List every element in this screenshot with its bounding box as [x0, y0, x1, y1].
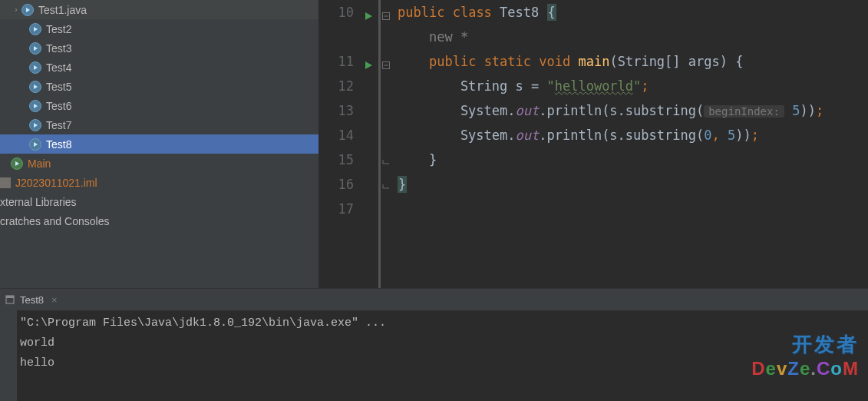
java-class-icon: [29, 61, 41, 74]
tree-item-label: Main: [28, 157, 51, 170]
tree-item-label: xternal Libraries: [0, 196, 77, 208]
fold-icon[interactable]: [381, 152, 391, 177]
code-line[interactable]: String s = "helloworld";: [398, 74, 823, 98]
tree-item[interactable]: Test2: [0, 19, 318, 38]
project-tree[interactable]: ›Test1.javaTest2Test3Test4Test5Test6Test…: [0, 0, 318, 288]
tree-item-label: Test6: [46, 100, 71, 112]
tree-item[interactable]: J2023011021.iml: [0, 173, 318, 192]
code-line[interactable]: }: [398, 172, 823, 197]
tree-item[interactable]: Test3: [0, 38, 318, 58]
run-tab[interactable]: Test8 ×: [5, 294, 58, 306]
code-line[interactable]: new *: [398, 25, 823, 49]
tree-item[interactable]: xternal Libraries: [0, 192, 318, 211]
code-line[interactable]: public class Test8 {: [398, 0, 823, 25]
tree-item-label: J2023011021.iml: [15, 177, 97, 189]
java-class-icon: [29, 100, 41, 112]
java-class-icon: [11, 157, 23, 170]
run-gutter-icon[interactable]: [363, 60, 374, 71]
code-line[interactable]: [398, 197, 823, 221]
tree-item[interactable]: ›Test1.java: [0, 0, 318, 19]
expand-icon[interactable]: ›: [11, 5, 21, 14]
inlay-hint: beginIndex:: [704, 105, 784, 118]
console-output[interactable]: "C:\Program Files\Java\jdk1.8.0_192\bin\…: [17, 310, 868, 401]
fold-icon[interactable]: [381, 177, 391, 201]
tree-item[interactable]: Test6: [0, 96, 318, 115]
java-class-icon: [29, 138, 41, 151]
tree-item-label: Test4: [46, 61, 71, 74]
code-editor[interactable]: 1011121314151617 public class Test8 { ne…: [318, 0, 868, 288]
tree-item[interactable]: Test5: [0, 77, 318, 96]
code-line[interactable]: }: [398, 147, 823, 172]
java-class-icon: [29, 81, 41, 93]
run-tool-window: Test8 × "C:\Program Files\Java\jdk1.8.0_…: [0, 288, 868, 401]
tree-item-label: Test7: [46, 119, 71, 131]
tree-item-label: Test2: [46, 23, 71, 35]
tree-item-label: Test5: [46, 81, 71, 93]
run-toolbar[interactable]: [0, 310, 17, 401]
tree-item-label: Test1.java: [38, 4, 87, 16]
file-icon: [0, 177, 11, 188]
tree-item[interactable]: Test8: [0, 134, 318, 154]
editor-gutter: 1011121314151617: [318, 0, 361, 288]
tree-item[interactable]: Main: [0, 154, 318, 173]
java-class-icon: [29, 119, 41, 131]
tree-item[interactable]: Test7: [0, 115, 318, 134]
tree-item-label: cratches and Consoles: [0, 215, 109, 227]
fold-icon[interactable]: [381, 5, 391, 29]
svg-rect-14: [6, 296, 14, 298]
tree-item[interactable]: Test4: [0, 58, 318, 77]
tree-item[interactable]: cratches and Consoles: [0, 211, 318, 230]
fold-icon[interactable]: [381, 54, 391, 78]
code-line[interactable]: System.out.println(s.substring(0, 5));: [398, 123, 823, 147]
java-class-icon: [29, 23, 41, 35]
run-config-icon: [5, 294, 15, 305]
code-line[interactable]: public static void main(String[] args) {: [398, 49, 823, 74]
close-icon[interactable]: ×: [51, 294, 58, 306]
run-tab-label: Test8: [20, 294, 44, 306]
java-class-icon: [29, 42, 41, 55]
tree-item-label: Test8: [46, 138, 71, 151]
java-class-icon: [21, 4, 34, 16]
tree-item-label: Test3: [46, 42, 71, 55]
code-line[interactable]: System.out.println(s.substring(beginInde…: [398, 98, 823, 123]
run-gutter-icon[interactable]: [363, 11, 374, 22]
